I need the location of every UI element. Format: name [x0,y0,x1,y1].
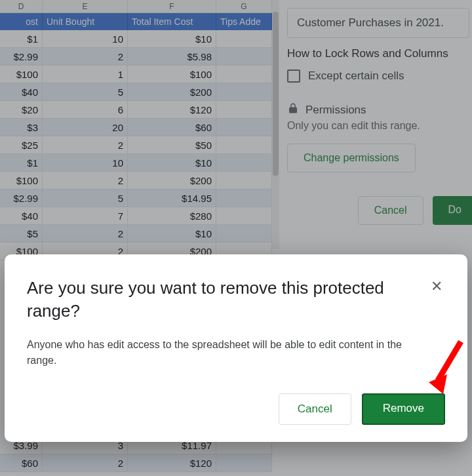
close-icon[interactable]: ✕ [428,277,445,296]
remove-button[interactable]: Remove [362,393,445,425]
confirm-remove-dialog: Are you sure you want to remove this pro… [5,254,467,442]
dialog-title: Are you sure you want to remove this pro… [27,277,428,323]
dialog-body: Anyone who has edit access to the spread… [27,337,445,368]
cancel-button[interactable]: Cancel [279,393,351,425]
